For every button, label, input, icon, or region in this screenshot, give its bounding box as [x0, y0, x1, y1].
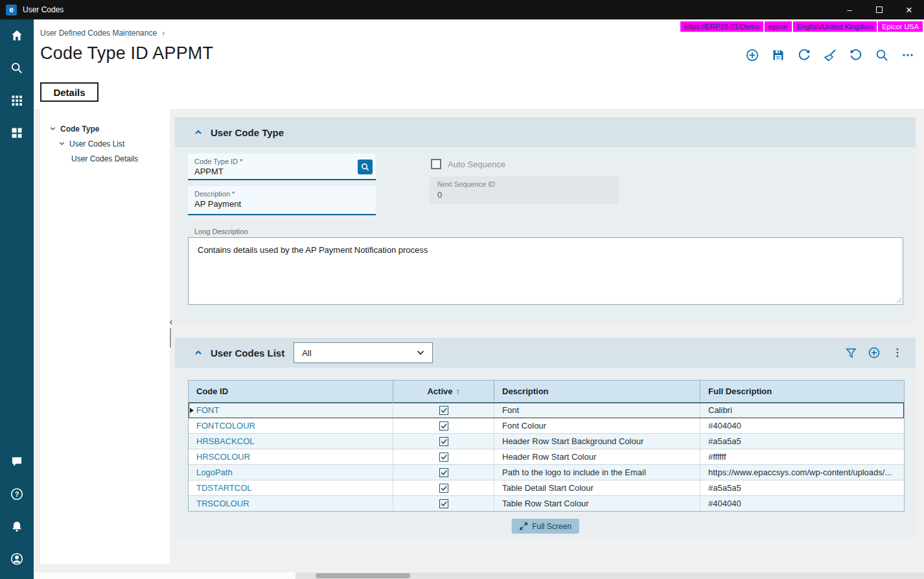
- filter-icon[interactable]: [844, 346, 857, 359]
- tab-details[interactable]: Details: [40, 82, 98, 102]
- description-cell[interactable]: Table Detail Start Colour: [494, 480, 700, 495]
- active-cell[interactable]: [393, 480, 494, 495]
- description-cell[interactable]: Table Row Start Colour: [494, 496, 700, 511]
- search-icon[interactable]: [0, 52, 34, 84]
- active-cell[interactable]: [393, 434, 494, 449]
- full-description-cell[interactable]: #404040: [700, 418, 904, 433]
- minimize-button[interactable]: –: [835, 0, 864, 19]
- tree-item-user-codes-details[interactable]: User Codes Details: [40, 151, 170, 166]
- description-value[interactable]: AP Payment: [188, 198, 376, 211]
- clear-icon[interactable]: [823, 48, 837, 62]
- tree-item-label: User Codes Details: [71, 154, 138, 163]
- active-cell[interactable]: [393, 449, 494, 464]
- notifications-bell-icon[interactable]: [0, 510, 34, 543]
- breadcrumb[interactable]: User Defined Codes Maintenance ›: [40, 28, 165, 38]
- description-cell[interactable]: Header Row Start Background Colour: [494, 434, 700, 449]
- code-type-search-button[interactable]: [358, 160, 373, 174]
- breadcrumb-label[interactable]: User Defined Codes Maintenance: [40, 29, 157, 38]
- user-codes-list-panel-header[interactable]: User Codes List All: [175, 338, 916, 368]
- user-code-type-panel-header[interactable]: User Code Type: [175, 117, 916, 147]
- code-id-cell[interactable]: HRSCOLOUR: [189, 449, 393, 464]
- scrollbar-thumb[interactable]: [316, 573, 410, 578]
- account-icon[interactable]: [0, 543, 34, 575]
- help-icon[interactable]: ?: [0, 478, 34, 510]
- environment-badges: https://ERP10-01/Demo epicor English/Uni…: [680, 21, 923, 32]
- save-icon[interactable]: [771, 48, 785, 62]
- column-header-description[interactable]: Description: [494, 381, 700, 402]
- code-id-cell[interactable]: LogoPath: [189, 465, 393, 480]
- description-cell[interactable]: Font Colour: [494, 418, 700, 433]
- window-title: User Codes: [23, 5, 64, 14]
- column-header-full-description[interactable]: Full Description: [700, 381, 904, 402]
- table-row[interactable]: LogoPath Path to the logo to include in …: [189, 465, 904, 480]
- chat-icon[interactable]: [0, 445, 34, 478]
- resize-handle-icon[interactable]: [895, 297, 902, 303]
- description-cell[interactable]: Header Row Start Colour: [494, 449, 700, 464]
- full-description-cell[interactable]: #a5a5a5: [700, 480, 904, 495]
- list-filter-dropdown[interactable]: All: [294, 342, 433, 363]
- tab-details-label: Details: [53, 87, 85, 98]
- checkbox-checked-icon[interactable]: [439, 453, 448, 462]
- description-cell[interactable]: Path to the logo to include in the Email: [494, 465, 700, 480]
- long-description-textarea[interactable]: Contains details used by the AP Payment …: [188, 237, 903, 305]
- code-id-cell[interactable]: TDSTARTCOL: [189, 480, 393, 495]
- table-row[interactable]: HRSBACKCOL Header Row Start Background C…: [189, 434, 904, 449]
- code-id-cell[interactable]: FONTCOLOUR: [189, 418, 393, 433]
- undo-icon[interactable]: [849, 48, 863, 62]
- splitter-handle[interactable]: [170, 328, 171, 348]
- code-id-cell[interactable]: TRSCOLOUR: [189, 496, 393, 511]
- column-header-active[interactable]: Active ↑: [393, 381, 494, 402]
- full-description-cell[interactable]: #404040: [700, 496, 904, 511]
- close-button[interactable]: ✕: [894, 0, 924, 19]
- code-type-id-field[interactable]: Code Type ID * APPMT: [188, 154, 376, 180]
- table-row[interactable]: FONTCOLOUR Font Colour #404040: [189, 418, 904, 434]
- active-cell[interactable]: [393, 496, 494, 511]
- checkbox-checked-icon[interactable]: [439, 499, 448, 508]
- kebab-menu-icon[interactable]: [891, 346, 904, 359]
- active-cell[interactable]: [393, 403, 494, 418]
- tree-item-label: User Codes List: [69, 139, 124, 148]
- home-icon[interactable]: [0, 19, 34, 52]
- add-icon[interactable]: [745, 48, 759, 62]
- collapse-chevron-icon[interactable]: [193, 348, 203, 358]
- overflow-menu-icon[interactable]: [901, 48, 915, 62]
- apps-grid-icon[interactable]: [0, 84, 34, 117]
- checkbox-checked-icon[interactable]: [439, 468, 448, 477]
- tree-item-code-type[interactable]: Code Type: [40, 121, 170, 136]
- description-cell[interactable]: Font: [494, 403, 700, 418]
- env-locale-badge: English/United Kingdom: [793, 21, 877, 32]
- collapse-chevron-icon[interactable]: [193, 127, 203, 137]
- full-screen-button[interactable]: Full Screen: [511, 519, 579, 534]
- table-row[interactable]: FONT Font Calibri: [189, 403, 904, 418]
- column-header-code-id[interactable]: Code ID: [189, 381, 393, 402]
- full-description-cell[interactable]: https://www.epaccsys.com/wp-content/uplo…: [700, 465, 904, 480]
- auto-sequence-checkbox[interactable]: Auto Sequence: [431, 159, 505, 169]
- active-cell[interactable]: [393, 418, 494, 433]
- full-description-cell[interactable]: #ffffff: [700, 449, 904, 464]
- checkbox-unchecked-icon[interactable]: [431, 159, 441, 169]
- code-id-cell[interactable]: HRSBACKCOL: [189, 434, 393, 449]
- active-cell[interactable]: [393, 465, 494, 480]
- full-description-cell[interactable]: Calibri: [700, 403, 904, 418]
- search-toolbar-icon[interactable]: [875, 48, 889, 62]
- code-type-id-value[interactable]: APPMT: [188, 165, 376, 179]
- checkbox-checked-icon[interactable]: [439, 437, 448, 446]
- checkbox-checked-icon[interactable]: [439, 421, 448, 431]
- splitter-collapse-button[interactable]: ‹: [168, 316, 174, 327]
- description-field[interactable]: Description * AP Payment: [188, 186, 376, 215]
- code-id-cell[interactable]: FONT: [189, 403, 393, 418]
- table-row[interactable]: TDSTARTCOL Table Detail Start Colour #a5…: [189, 480, 904, 496]
- add-row-icon[interactable]: [868, 346, 881, 359]
- full-description-cell[interactable]: #a5a5a5: [700, 434, 904, 449]
- checkbox-checked-icon[interactable]: [439, 484, 448, 493]
- checkbox-checked-icon[interactable]: [439, 406, 448, 415]
- tree-item-user-codes-list[interactable]: User Codes List: [40, 136, 170, 151]
- table-row[interactable]: HRSCOLOUR Header Row Start Colour #fffff…: [189, 449, 904, 465]
- table-row[interactable]: TRSCOLOUR Table Row Start Colour #404040: [189, 496, 904, 511]
- maximize-button[interactable]: [864, 0, 894, 19]
- tree-item-label: Code Type: [60, 124, 99, 134]
- dashboard-icon[interactable]: [0, 117, 34, 149]
- refresh-icon[interactable]: [797, 48, 811, 62]
- main-toolbar: [745, 48, 915, 62]
- next-sequence-id-label: Next Sequence ID: [430, 176, 619, 188]
